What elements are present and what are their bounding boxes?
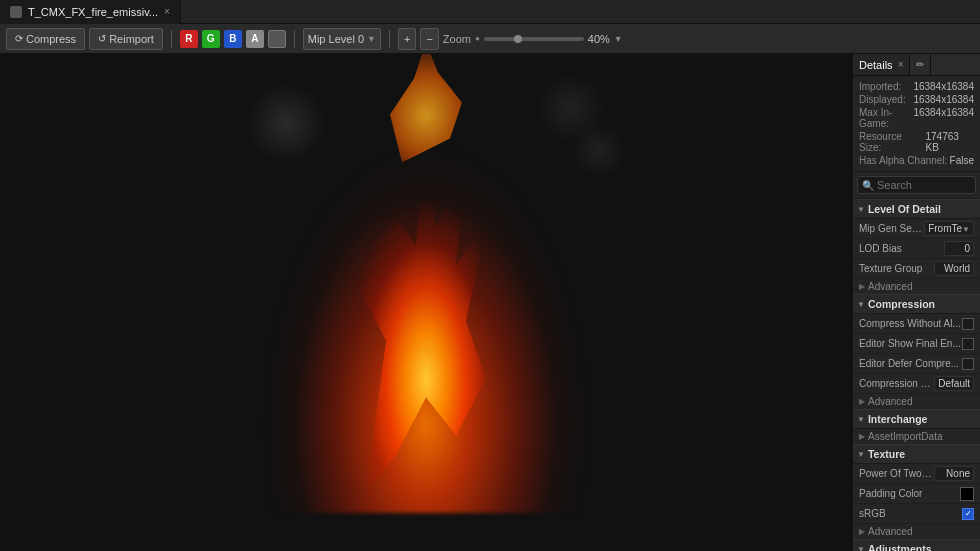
zoom-thumb[interactable] bbox=[514, 35, 522, 43]
zoom-in-button[interactable]: + bbox=[398, 28, 416, 50]
channel-b-button[interactable]: B bbox=[224, 30, 242, 48]
mip-dropdown-arrow: ▼ bbox=[367, 34, 376, 44]
alpha-channel-label: Has Alpha Channel: bbox=[859, 155, 947, 166]
texture-group-value[interactable]: World bbox=[934, 261, 974, 276]
channel-g-button[interactable]: G bbox=[202, 30, 220, 48]
max-ingame-row: Max In-Game: 16384x16384 bbox=[859, 106, 974, 130]
texture-group-row: Texture Group World bbox=[853, 259, 980, 279]
texture-collapse-arrow: ▼ bbox=[857, 450, 865, 459]
search-icon: 🔍 bbox=[862, 180, 874, 191]
mip-level-label: Mip Level 0 bbox=[308, 33, 364, 45]
resource-size-label: Resource Size: bbox=[859, 131, 925, 153]
lod-collapse-arrow: ▼ bbox=[857, 205, 865, 214]
interchange-section-header[interactable]: ▼ Interchange bbox=[853, 409, 980, 429]
padding-color-swatch[interactable] bbox=[960, 487, 974, 501]
compression-section-header[interactable]: ▼ Compression bbox=[853, 294, 980, 314]
texture-section-title: Texture bbox=[868, 448, 905, 460]
divider-1 bbox=[171, 30, 172, 48]
texture-tab[interactable]: T_CMX_FX_fire_emissiv... × bbox=[0, 0, 181, 24]
zoom-pct-dropdown[interactable]: ▼ bbox=[614, 34, 623, 44]
alpha-channel-value: False bbox=[950, 155, 974, 166]
texture-viewport bbox=[0, 54, 852, 551]
mip-gen-value[interactable]: FromTe▼ bbox=[924, 221, 974, 236]
padding-color-row: Padding Color bbox=[853, 484, 980, 504]
compression-settings-row: Compression Settings Default bbox=[853, 374, 980, 394]
compression-advanced-row[interactable]: ▶ Advanced bbox=[853, 394, 980, 409]
details-tab-label: Details bbox=[859, 59, 893, 71]
editor-show-final-checkbox[interactable] bbox=[962, 338, 974, 350]
displayed-row: Displayed: 16384x16384 bbox=[859, 93, 974, 106]
zoom-label: Zoom bbox=[443, 33, 471, 45]
texture-info-section: Imported: 16384x16384 Displayed: 16384x1… bbox=[853, 76, 980, 172]
mip-level-select[interactable]: Mip Level 0 ▼ bbox=[303, 28, 381, 50]
editor-defer-row: Editor Defer Compre... bbox=[853, 354, 980, 374]
lod-bias-label: LOD Bias bbox=[859, 243, 944, 254]
interchange-section-title: Interchange bbox=[868, 413, 928, 425]
right-panel: Details × ✏ Imported: 16384x16384 Displa… bbox=[852, 54, 980, 551]
compress-icon: ⟳ bbox=[15, 33, 23, 44]
zoom-out-button[interactable]: − bbox=[420, 28, 438, 50]
adjustments-section-header[interactable]: ▼ Adjustments bbox=[853, 539, 980, 551]
divider-3 bbox=[389, 30, 390, 48]
asset-import-row[interactable]: ▶ AssetImportData bbox=[853, 429, 980, 444]
power-of-two-row: Power Of Two Mode None bbox=[853, 464, 980, 484]
srgb-label: sRGB bbox=[859, 508, 962, 519]
compress-without-alpha-label: Compress Without Al... bbox=[859, 318, 962, 329]
zoom-percentage[interactable]: 40% bbox=[588, 33, 610, 45]
details-tab[interactable]: Details × bbox=[853, 54, 910, 75]
mip-gen-label: Mip Gen Settings bbox=[859, 223, 924, 234]
zoom-slider[interactable] bbox=[484, 37, 584, 41]
srgb-checkbox[interactable] bbox=[962, 508, 974, 520]
lod-bias-value[interactable]: 0 bbox=[944, 241, 974, 256]
secondary-tab[interactable]: ✏ bbox=[910, 54, 931, 75]
fire-texture-preview bbox=[166, 63, 686, 543]
compression-section-title: Compression bbox=[868, 298, 935, 310]
compression-settings-label: Compression Settings bbox=[859, 378, 934, 389]
power-of-two-value[interactable]: None bbox=[934, 466, 974, 481]
compress-without-alpha-row: Compress Without Al... bbox=[853, 314, 980, 334]
zoom-dot-icon: ● bbox=[475, 34, 480, 43]
compress-label: Compress bbox=[26, 33, 76, 45]
tab-bar: T_CMX_FX_fire_emissiv... × bbox=[0, 0, 980, 24]
imported-label: Imported: bbox=[859, 81, 901, 92]
imported-row: Imported: 16384x16384 bbox=[859, 80, 974, 93]
channel-r-button[interactable]: R bbox=[180, 30, 198, 48]
imported-value: 16384x16384 bbox=[913, 81, 974, 92]
lod-advanced-row[interactable]: ▶ Advanced bbox=[853, 279, 980, 294]
lod-advanced-arrow: ▶ bbox=[859, 282, 865, 291]
power-of-two-label: Power Of Two Mode bbox=[859, 468, 934, 479]
srgb-row: sRGB bbox=[853, 504, 980, 524]
max-ingame-value: 16384x16384 bbox=[913, 107, 974, 129]
details-tab-close[interactable]: × bbox=[898, 59, 904, 70]
compress-button[interactable]: ⟳ Compress bbox=[6, 28, 85, 50]
texture-advanced-label: Advanced bbox=[868, 526, 912, 537]
asset-import-label: AssetImportData bbox=[868, 431, 942, 442]
texture-tab-icon bbox=[10, 6, 22, 18]
tab-close-button[interactable]: × bbox=[164, 6, 170, 17]
search-input[interactable] bbox=[877, 179, 971, 191]
resource-size-row: Resource Size: 174763 KB bbox=[859, 130, 974, 154]
texture-section-header[interactable]: ▼ Texture bbox=[853, 444, 980, 464]
mip-gen-settings-row: Mip Gen Settings FromTe▼ bbox=[853, 219, 980, 239]
adjustments-section-title: Adjustments bbox=[868, 543, 932, 551]
compression-settings-value[interactable]: Default bbox=[934, 376, 974, 391]
editor-show-final-label: Editor Show Final En... bbox=[859, 338, 962, 349]
editor-defer-label: Editor Defer Compre... bbox=[859, 358, 962, 369]
divider-2 bbox=[294, 30, 295, 48]
lod-section-title: Level Of Detail bbox=[868, 203, 941, 215]
reimport-icon: ↺ bbox=[98, 33, 106, 44]
compression-advanced-label: Advanced bbox=[868, 396, 912, 407]
lod-bias-row: LOD Bias 0 bbox=[853, 239, 980, 259]
texture-advanced-row[interactable]: ▶ Advanced bbox=[853, 524, 980, 539]
compress-without-alpha-checkbox[interactable] bbox=[962, 318, 974, 330]
search-container: 🔍 bbox=[853, 172, 980, 199]
alpha-channel-row: Has Alpha Channel: False bbox=[859, 154, 974, 167]
asset-import-arrow: ▶ bbox=[859, 432, 865, 441]
reimport-button[interactable]: ↺ Reimport bbox=[89, 28, 163, 50]
panel-tabs: Details × ✏ bbox=[853, 54, 980, 76]
resource-size-value: 174763 KB bbox=[925, 131, 974, 153]
editor-defer-checkbox[interactable] bbox=[962, 358, 974, 370]
channel-a-button[interactable]: A bbox=[246, 30, 264, 48]
lod-section-header[interactable]: ▼ Level Of Detail bbox=[853, 199, 980, 219]
max-ingame-label: Max In-Game: bbox=[859, 107, 913, 129]
